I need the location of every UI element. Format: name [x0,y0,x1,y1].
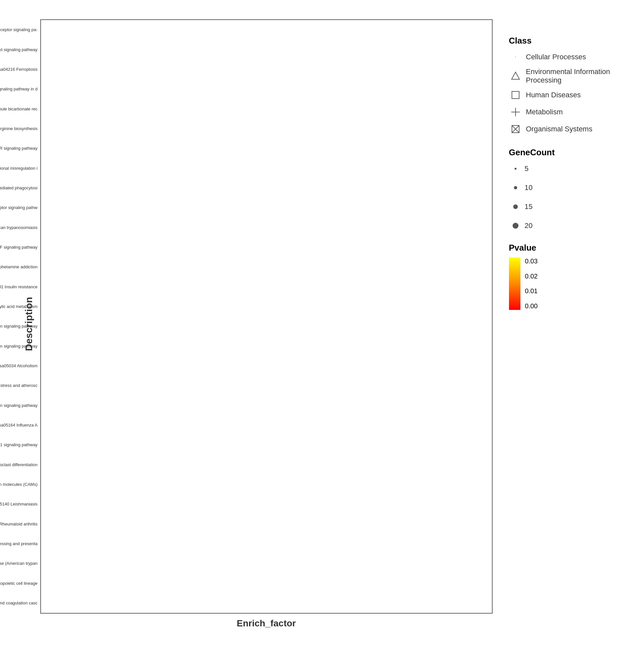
svg-point-107 [512,223,518,229]
y-label-hsa04668: hsa04668 TNF signaling pathway [0,242,41,247]
legend-item-metabolism: Metabolism [509,106,627,119]
svg-rect-78 [81,421,88,428]
y-label-hsa00220: hsa00220 Arginine biosynthesis [0,125,41,130]
svg-marker-77 [76,400,84,407]
svg-point-50 [218,105,220,107]
x-tick-7: 7 [382,606,385,615]
legend-area: Class · Cellular Processes Environmental… [502,19,627,629]
svg-text:·: · [514,53,516,60]
y-label-hsa04380: hsa04380 Osteoclast differentiation [0,457,41,462]
svg-marker-47 [61,41,72,50]
y-label-hsa05202: hsa05202 Transcriptional misregulation i [0,164,41,169]
y-label-hsa04015: hsa04015 Rap1 signaling pathway [0,437,41,442]
genecount-item-10: 10 [509,181,627,194]
svg-rect-84 [115,500,121,506]
y-label-hsa04151: hsa04151 PI3K-Akt signaling pathway [0,47,41,52]
x-tick-8: 8 [449,606,453,615]
svg-rect-49 [87,84,91,89]
svg-point-104 [514,168,516,170]
y-label-hsa04662: hsa04662 B cell receptor signaling pathw [0,203,41,208]
y-label-hsa05031: hsa05031 Amphetamine addiction [0,261,41,267]
y-label-hsa04964: hsa04964 Proximal tubule bicarbonate rec [0,105,41,110]
svg-point-48 [110,65,113,67]
x-tick-5: 5 [247,606,251,615]
plot-area: // Will be rendered by JS below hsa04620… [40,19,493,606]
genecount-legend-title: GeneCount [509,148,627,158]
svg-rect-63 [149,223,154,228]
y-label-hsa05140: hsa05140 Leishmaniasis [0,496,41,501]
pvalue-label-0: 0.03 [525,258,538,265]
x-tick-3: 3 [112,606,116,615]
genecount-item-15: 15 [509,200,627,213]
y-label-hsa04640: hsa04640 Hematopoietic cell lineage [0,574,41,579]
pvalue-legend-title: Pvalue [509,243,627,253]
pvalue-gradient-bar [509,258,521,310]
svg-rect-56 [57,163,62,168]
y-label-hsa01210: hsa01210 2-Oxocarboxylic acid metabolism [0,301,41,306]
y-label-hsa04931: hsa04931 Insulin resistance [0,281,41,286]
x-tick-2: 2 [45,606,49,615]
y-label-hsa04371: hsa04371 Apelin signaling pathway [0,398,41,403]
legend-item-cellular: · Cellular Processes [509,50,627,63]
x-tick-6: 6 [314,606,318,615]
svg-point-106 [513,204,518,209]
class-legend-title: Class [509,36,627,46]
svg-marker-79 [73,439,83,447]
svg-rect-98 [512,92,519,99]
svg-rect-76 [80,382,85,387]
y-label-hsa05164: hsa05164 Influenza A [0,418,41,423]
y-label-hsa04610: hsa04610 Complement and coagulation casc [0,593,41,599]
svg-rect-89 [123,560,131,567]
y-label-hsa04216: hsa04216 Ferroptosis [0,66,41,71]
y-label-hsa04620: hsa04620 Toll-like receptor signaling pa… [0,27,41,33]
x-tick-4: 4 [179,606,183,615]
x-axis-label: Enrich_factor [237,618,296,628]
legend-item-organismal: Organismal Systems [509,122,627,136]
y-label-hsa04933: hsa04933 AGE-RAGE signaling pathway in d [0,86,41,91]
y-label-hsa04514: hsa04514 Cell adhesion molecules (CAMs) [0,476,41,482]
y-label-hsa04910: hsa04910 Insulin signaling pathway [0,320,41,325]
legend-item-human-diseases: Human Diseases [509,89,627,102]
svg-rect-85 [119,520,126,527]
y-label-hsa04612: hsa04612 Antigen processing and presenta [0,535,41,540]
genecount-item-20: 20 [509,219,627,232]
legend-item-environmental: Environmental Information Processing [509,67,627,85]
y-label-hsa05142: hsa05142 Chagas disease (American trypan [0,554,41,559]
pvalue-label-2: 0.01 [525,287,538,295]
y-label-hsa05418: hsa05418 Fluid shear stress and atherosc [0,379,41,384]
y-label-hsa04666: hsa04666 Fc gamma R-mediated phagocytosi [0,183,41,189]
y-label-hsa03320: hsa03320 PPAR signaling pathway [0,145,41,150]
pvalue-label-1: 0.02 [525,273,538,280]
svg-marker-83 [81,478,92,487]
svg-rect-66 [98,283,102,287]
y-label-hsa05143: hsa05143 African trypanosomiasis [0,222,41,228]
svg-point-105 [514,186,517,190]
svg-rect-65 [100,263,105,267]
y-label-hsa05034: hsa05034 Alcoholism [0,359,41,364]
y-label-hsa04915: hsa04915 Estrogen signaling pathway [0,340,41,345]
pvalue-label-3: 0.00 [525,303,538,310]
genecount-item-5: 5 [509,162,627,175]
svg-marker-64 [71,241,80,248]
y-label-hsa05323: hsa05323 Rheumatoid arthritis [0,515,41,521]
scatter-plot [41,20,492,606]
svg-rect-75 [75,361,81,368]
pvalue-gradient-row: 0.03 0.02 0.01 0.00 [509,258,627,310]
chart-container: Description // Will be rendered by JS be… [11,13,634,635]
svg-marker-97 [511,72,519,79]
